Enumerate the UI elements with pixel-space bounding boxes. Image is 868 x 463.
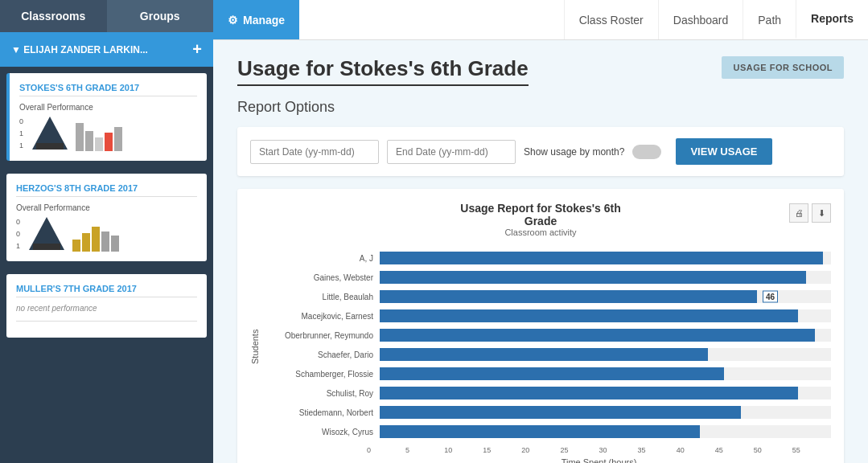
tab-dashboard[interactable]: Dashboard <box>658 0 743 39</box>
card-title-stokes: STOKES'S 6TH GRADE 2017 <box>19 83 197 92</box>
num-2: 1 <box>19 141 23 150</box>
download-icon[interactable]: ⬇ <box>812 203 831 223</box>
tab-reports[interactable]: Reports <box>796 0 868 39</box>
print-icon[interactable]: 🖨 <box>789 203 808 223</box>
bar-name: Macejkovic, Earnest <box>263 312 380 321</box>
chart-header: Usage Report for Stokes's 6th Grade Clas… <box>250 202 831 247</box>
bar-row: Schaefer, Dario <box>263 346 831 363</box>
end-date-input[interactable] <box>387 140 516 164</box>
bar-track <box>380 271 831 284</box>
bar-track <box>380 406 831 419</box>
chart-subtitle: Classroom activity <box>444 227 638 237</box>
bar-fill: 46 <box>380 290 757 303</box>
x-tick: 25 <box>560 446 599 454</box>
svg-rect-13 <box>92 227 100 252</box>
svg-rect-10 <box>33 244 60 250</box>
svg-rect-1 <box>43 135 57 141</box>
classroom-card-muller[interactable]: MULLER'S 7TH GRADE 2017 no recent perfor… <box>6 274 207 338</box>
nav-tabs: Class Roster Dashboard Path Reports <box>564 0 868 39</box>
sidebar-add-button[interactable]: + <box>192 40 202 59</box>
card-numbers-herzog: 0 0 1 <box>16 215 20 252</box>
svg-rect-9 <box>39 236 54 242</box>
page-header: Usage for Stokes's 6th Grade USAGE FOR S… <box>237 56 844 86</box>
gear-icon: ⚙ <box>228 14 238 27</box>
classroom-card-herzog[interactable]: HERZOG'S 8TH GRADE 2017 Overall Performa… <box>6 174 207 261</box>
pyramid-chart-stokes <box>28 115 72 151</box>
x-tick: 50 <box>754 446 792 454</box>
card-chart-stokes: 0 1 1 <box>19 115 197 151</box>
bar-track <box>380 252 831 264</box>
x-tick: 15 <box>483 446 521 454</box>
page-title: Usage for Stokes's 6th Grade <box>237 56 529 86</box>
bar-track <box>380 309 831 322</box>
bar-fill <box>380 252 823 264</box>
x-tick: 55 <box>792 446 831 454</box>
bar-fill <box>380 309 798 322</box>
start-date-input[interactable] <box>250 140 379 164</box>
chart-area: Students A, JGaines, WebsterLittle, Beau… <box>250 250 831 443</box>
bar-fill <box>380 271 806 284</box>
card-numbers-stokes: 0 1 1 <box>19 115 23 151</box>
bar-row: Schamberger, Flossie <box>263 366 831 382</box>
bar-track: 46 <box>380 290 831 303</box>
bar-track <box>380 348 831 361</box>
card-label-stokes: Overall Performance <box>19 103 197 112</box>
num-1: 0 <box>16 230 20 238</box>
page-content: Usage for Stokes's 6th Grade USAGE FOR S… <box>213 40 868 463</box>
bar-track <box>380 367 831 380</box>
svg-rect-14 <box>101 232 109 252</box>
svg-rect-3 <box>76 123 84 151</box>
x-tick: 20 <box>521 446 560 454</box>
bar-name: Wisozk, Cyrus <box>263 428 380 436</box>
x-tick: 5 <box>405 446 444 454</box>
bar-row: Stiedemann, Norbert <box>263 404 831 420</box>
card-no-performance-muller: no recent performance <box>16 304 197 313</box>
card-label-herzog: Overall Performance <box>16 203 197 212</box>
bar-name: Gaines, Webster <box>263 273 380 282</box>
chart-container: Usage Report for Stokes's 6th Grade Clas… <box>237 189 844 463</box>
bar-label: 46 <box>763 291 778 303</box>
manage-label: Manage <box>243 14 285 27</box>
y-axis-label: Students <box>250 250 260 443</box>
bar-chart-herzog <box>71 215 119 252</box>
bar-fill <box>380 329 815 342</box>
tab-path[interactable]: Path <box>743 0 796 39</box>
sidebar-tabs: Classrooms Groups <box>0 0 213 32</box>
x-tick: 45 <box>715 446 754 454</box>
bar-row: Oberbrunner, Reymundo <box>263 327 831 343</box>
bar-row: A, J <box>263 250 831 266</box>
chart-title: Usage Report for Stokes's 6th Grade <box>444 202 638 227</box>
bar-name: Schaefer, Dario <box>263 350 380 359</box>
report-options-title: Report Options <box>237 99 844 116</box>
tab-class-roster[interactable]: Class Roster <box>564 0 658 39</box>
bar-name: Schamberger, Flossie <box>263 370 380 379</box>
usage-for-school-button[interactable]: USAGE FOR SCHOOL <box>722 56 844 79</box>
num-0: 0 <box>19 117 23 125</box>
sidebar-user-name: ▼ ELIJAH ZANDER LARKIN... <box>11 44 148 55</box>
bar-name: Oberbrunner, Reymundo <box>263 331 380 340</box>
bar-row: Gaines, Webster <box>263 269 831 285</box>
bar-track <box>380 425 831 438</box>
bar-row: Wisozk, Cyrus <box>263 424 831 440</box>
x-tick: 0 <box>367 446 405 454</box>
nav-spacer <box>299 0 564 39</box>
bar-name: Stiedemann, Norbert <box>263 408 380 417</box>
bar-track <box>380 387 831 399</box>
filter-row: Show usage by month? VIEW USAGE <box>237 127 844 176</box>
tab-groups[interactable]: Groups <box>107 0 214 32</box>
num-2: 1 <box>16 242 20 250</box>
svg-rect-15 <box>111 236 119 252</box>
manage-button[interactable]: ⚙ Manage <box>213 0 299 39</box>
svg-rect-4 <box>85 131 93 151</box>
month-toggle[interactable] <box>632 145 661 159</box>
svg-rect-2 <box>36 143 64 150</box>
x-tick: 40 <box>677 446 715 454</box>
card-chart-herzog: 0 0 1 <box>16 215 197 252</box>
classroom-card-stokes[interactable]: STOKES'S 6TH GRADE 2017 Overall Performa… <box>6 73 207 161</box>
top-nav: ⚙ Manage Class Roster Dashboard Path Rep… <box>213 0 868 40</box>
bar-track <box>380 329 831 342</box>
x-tick: 30 <box>599 446 637 454</box>
view-usage-button[interactable]: VIEW USAGE <box>676 138 771 165</box>
tab-classrooms[interactable]: Classrooms <box>0 0 107 32</box>
bar-row: Macejkovic, Earnest <box>263 308 831 324</box>
